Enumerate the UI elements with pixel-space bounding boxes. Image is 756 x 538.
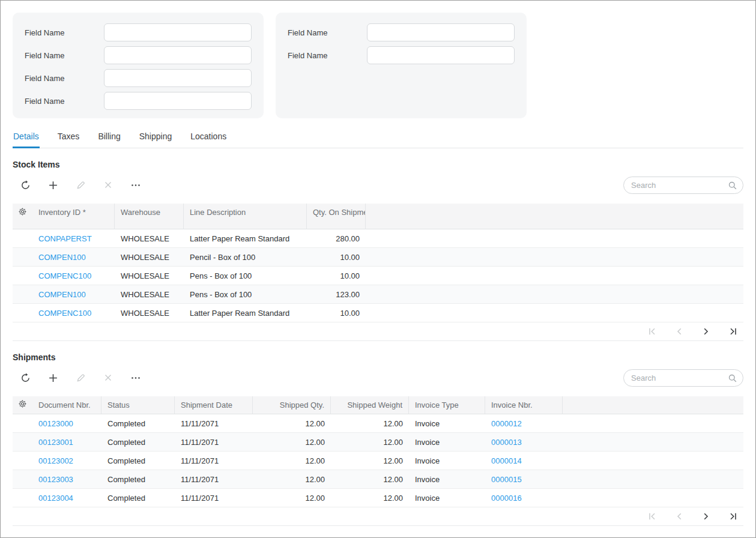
form-panel-left: Field Name Field Name Field Name Field N… (13, 13, 264, 118)
column-header-filler (563, 396, 743, 414)
warehouse-cell: WHOLESALE (115, 271, 184, 280)
status-cell: Completed (101, 456, 175, 465)
column-header-line-description[interactable]: Line Description (184, 204, 307, 229)
stock-item-row[interactable]: COMPENC100 WHOLESALE Pens - Box of 100 1… (13, 267, 743, 285)
last-page-icon[interactable] (728, 511, 739, 522)
next-page-icon[interactable] (701, 326, 712, 337)
shipment-date-cell: 11/11/2071 (175, 438, 253, 447)
stock-item-row[interactable]: COMPEN100 WHOLESALE Pens - Box of 100 12… (13, 285, 743, 304)
add-icon[interactable] (47, 180, 58, 190)
form-field-row: Field Name (25, 92, 252, 110)
more-icon[interactable] (130, 372, 141, 383)
search-input[interactable] (623, 177, 743, 194)
shipment-row[interactable]: 00123004 Completed 11/11/2071 12.00 12.0… (13, 489, 743, 507)
status-cell: Completed (101, 494, 175, 503)
column-settings-gear-icon[interactable] (13, 396, 32, 414)
tab-shipping[interactable]: Shipping (139, 128, 173, 148)
column-header-warehouse[interactable]: Warehouse (115, 204, 184, 229)
stock-items-grid-header: Inventory ID * Warehouse Line Descriptio… (13, 204, 743, 229)
column-header-shipped-qty[interactable]: Shipped Qty. (253, 396, 331, 414)
stock-items-title: Stock Items (13, 160, 743, 169)
edit-icon[interactable] (75, 372, 86, 383)
column-header-status[interactable]: Status (101, 396, 175, 414)
shipped-weight-cell: 12.00 (331, 456, 409, 465)
refresh-icon[interactable] (20, 372, 31, 383)
column-header-invoice-nbr[interactable]: Invoice Nbr. (485, 396, 563, 414)
invoice-nbr-link[interactable]: 0000013 (491, 438, 522, 447)
stock-item-row[interactable]: CONPAPERST WHOLESALE Latter Paper Ream S… (13, 229, 743, 248)
first-page-icon[interactable] (647, 326, 658, 337)
shipment-row[interactable]: 00123002 Completed 11/11/2071 12.00 12.0… (13, 452, 743, 470)
line-description-cell: Pens - Box of 100 (184, 290, 307, 299)
shipped-qty-cell: 12.00 (253, 438, 331, 447)
document-nbr-link[interactable]: 00123000 (38, 419, 73, 428)
column-header-qty-on-shipments[interactable]: Qty. On Shipments (307, 204, 366, 229)
field-label: Field Name (25, 74, 104, 83)
field-input[interactable] (104, 46, 252, 64)
column-header-inventory-id[interactable]: Inventory ID * (32, 204, 115, 229)
column-header-document-nbr[interactable]: Document Nbr. (32, 396, 101, 414)
shipment-row[interactable]: 00123001 Completed 11/11/2071 12.00 12.0… (13, 433, 743, 452)
invoice-type-cell: Invoice (409, 419, 485, 428)
search-icon (728, 181, 737, 190)
edit-icon[interactable] (75, 180, 86, 190)
field-label: Field Name (25, 51, 104, 60)
document-nbr-link[interactable]: 00123002 (38, 456, 73, 465)
shipments-toolbar (13, 369, 743, 387)
field-input[interactable] (367, 23, 515, 41)
shipment-row[interactable]: 00123000 Completed 11/11/2071 12.00 12.0… (13, 414, 743, 433)
invoice-nbr-link[interactable]: 0000014 (491, 456, 522, 465)
delete-icon[interactable] (103, 372, 113, 383)
refresh-icon[interactable] (20, 180, 31, 190)
inventory-id-link[interactable]: COMPENC100 (38, 309, 91, 318)
shipment-date-cell: 11/11/2071 (175, 475, 253, 484)
qty-on-shipments-cell: 280.00 (307, 234, 366, 243)
tab-taxes[interactable]: Taxes (57, 128, 80, 148)
document-nbr-link[interactable]: 00123001 (38, 438, 73, 447)
tab-locations[interactable]: Locations (190, 128, 227, 148)
stock-items-pager (13, 322, 743, 341)
field-input[interactable] (104, 92, 252, 110)
column-header-invoice-type[interactable]: Invoice Type (409, 396, 485, 414)
add-icon[interactable] (47, 372, 58, 383)
field-label: Field Name (288, 28, 367, 37)
document-nbr-link[interactable]: 00123004 (38, 494, 73, 503)
tab-billing[interactable]: Billing (97, 128, 121, 148)
invoice-nbr-link[interactable]: 0000012 (491, 419, 522, 428)
stock-item-row[interactable]: COMPEN100 WHOLESALE Pencil - Box of 100 … (13, 248, 743, 267)
column-header-shipped-weight[interactable]: Shipped Weight (331, 396, 409, 414)
column-header-shipment-date[interactable]: Shipment Date (175, 396, 253, 414)
prev-page-icon[interactable] (674, 326, 685, 337)
stock-item-row[interactable]: COMPENC100 WHOLESALE Latter Paper Ream S… (13, 304, 743, 322)
line-description-cell: Latter Paper Ream Standard (184, 234, 307, 243)
last-page-icon[interactable] (728, 326, 739, 337)
stock-items-grid: Inventory ID * Warehouse Line Descriptio… (13, 204, 743, 341)
inventory-id-link[interactable]: COMPEN100 (38, 290, 86, 299)
shipped-weight-cell: 12.00 (331, 438, 409, 447)
invoice-nbr-link[interactable]: 0000016 (491, 494, 522, 503)
search-input[interactable] (623, 369, 743, 387)
first-page-icon[interactable] (647, 511, 658, 522)
shipments-pager (13, 507, 743, 526)
tab-bar: Details Taxes Billing Shipping Locations (13, 128, 743, 148)
prev-page-icon[interactable] (674, 511, 685, 522)
document-nbr-link[interactable]: 00123003 (38, 475, 73, 484)
warehouse-cell: WHOLESALE (115, 290, 184, 299)
inventory-id-link[interactable]: COMPEN100 (38, 253, 86, 262)
field-label: Field Name (25, 97, 104, 106)
shipped-qty-cell: 12.00 (253, 475, 331, 484)
column-settings-gear-icon[interactable] (13, 204, 32, 229)
inventory-id-link[interactable]: CONPAPERST (38, 234, 92, 243)
status-cell: Completed (101, 475, 175, 484)
tab-details[interactable]: Details (13, 128, 40, 148)
field-input[interactable] (104, 23, 252, 41)
field-input[interactable] (104, 69, 252, 87)
field-input[interactable] (367, 46, 515, 64)
delete-icon[interactable] (103, 180, 113, 190)
inventory-id-link[interactable]: COMPENC100 (38, 271, 91, 280)
more-icon[interactable] (130, 180, 141, 190)
shipment-row[interactable]: 00123003 Completed 11/11/2071 12.00 12.0… (13, 470, 743, 489)
next-page-icon[interactable] (701, 511, 712, 522)
app-window: Field Name Field Name Field Name Field N… (0, 0, 756, 538)
invoice-nbr-link[interactable]: 0000015 (491, 475, 522, 484)
